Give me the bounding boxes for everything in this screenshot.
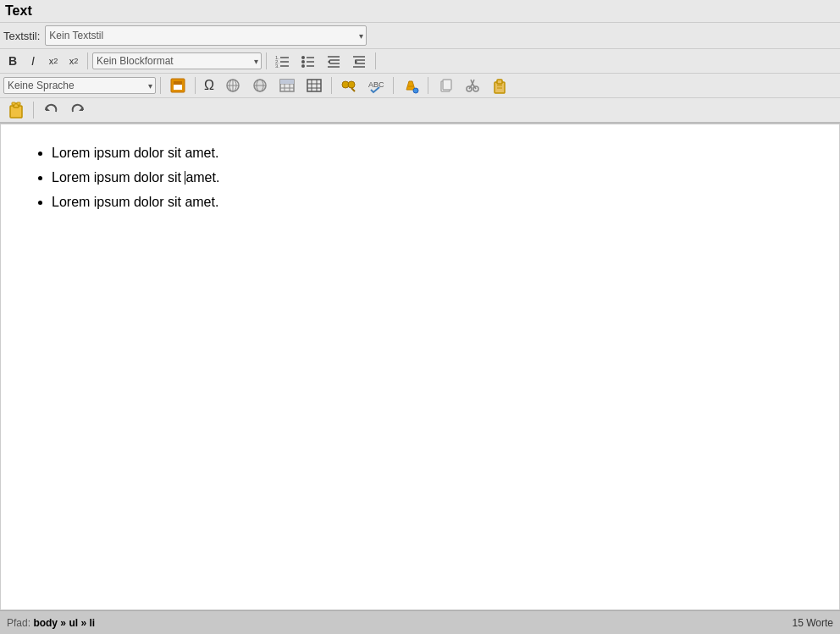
list-item-text: Lorem ipsum dolor sit amet. [52, 195, 218, 209]
separator-5 [195, 77, 196, 94]
ordered-list-icon: 1. 2. 3. [275, 53, 290, 69]
content-list: Lorem ipsum dolor sit amet. Lorem ipsum … [26, 141, 814, 214]
language-select[interactable]: Keine Sprache [3, 77, 156, 94]
separator-7 [393, 77, 394, 94]
cut-button[interactable] [460, 76, 485, 95]
insert-image-button[interactable] [165, 76, 191, 95]
find-button[interactable] [336, 76, 362, 95]
svg-point-6 [301, 56, 305, 59]
special-char-button[interactable]: Ω [200, 76, 218, 95]
status-path: Pfad: body » ul » li [7, 617, 95, 629]
subscript-button[interactable]: x2 [44, 52, 63, 70]
list-item: Lorem ipsum dolor sit amet. [52, 141, 814, 166]
cut-icon [464, 77, 481, 94]
separator-4 [160, 77, 161, 94]
svg-rect-63 [12, 102, 15, 105]
indent-left-icon [326, 53, 341, 69]
blockformat-select-wrapper: Kein Blockformat ▾ [92, 52, 262, 69]
insert-image-icon [169, 77, 186, 94]
page-title: Text [0, 0, 840, 23]
svg-text:3.: 3. [275, 63, 279, 69]
unordered-list-icon [301, 53, 316, 69]
svg-rect-38 [307, 80, 321, 91]
svg-rect-64 [17, 102, 20, 105]
edit-table-icon [306, 77, 323, 94]
redo-button[interactable] [65, 101, 91, 119]
spellcheck-icon: ABC [368, 77, 384, 94]
separator-6 [331, 77, 332, 94]
toolbar-area: Textstil: Kein Textstil ▾ B I x2 x2 Kein… [0, 23, 840, 124]
clipboard-button[interactable] [3, 101, 29, 119]
list-item: Lorem ipsum dolor sit amet. [52, 190, 814, 215]
svg-marker-16 [328, 59, 330, 64]
copy-button[interactable] [433, 76, 458, 95]
paste-icon [491, 77, 508, 94]
toolbar-row-language: Keine Sprache ▾ Ω [0, 74, 840, 98]
svg-rect-37 [280, 80, 294, 84]
svg-point-10 [301, 64, 305, 68]
word-count: 15 Worte [793, 617, 833, 629]
text-cursor [185, 171, 185, 185]
unlink-icon [251, 77, 268, 94]
unordered-list-button[interactable] [296, 52, 320, 70]
fill-color-icon [402, 77, 419, 94]
separator-3 [375, 52, 376, 69]
path-label: Pfad: [7, 617, 30, 629]
superscript-button[interactable]: x2 [64, 52, 83, 70]
separator-8 [428, 77, 428, 94]
toolbar-row-format: B I x2 x2 Kein Blockformat ▾ 1. 2. 3. [0, 49, 840, 74]
indent-left-button[interactable] [322, 52, 345, 70]
spellcheck-button[interactable]: ABC [363, 76, 389, 95]
toolbar-row-textstil: Textstil: Kein Textstil ▾ [0, 23, 840, 49]
svg-text:ABC: ABC [368, 80, 384, 89]
omega-icon: Ω [204, 78, 214, 93]
indent-right-button[interactable] [347, 52, 371, 70]
undo-icon [42, 102, 59, 119]
bold-button[interactable]: B [3, 52, 22, 70]
paste-button[interactable] [487, 76, 512, 95]
list-item-text: Lorem ipsum dolor sit amet. [52, 170, 219, 185]
svg-point-8 [301, 60, 305, 63]
link-icon [224, 77, 241, 94]
language-select-wrapper: Keine Sprache ▾ [3, 77, 156, 94]
separator-1 [87, 52, 88, 69]
unlink-button[interactable] [247, 76, 273, 95]
textstil-label: Textstil: [3, 30, 40, 42]
edit-table-button[interactable] [301, 76, 327, 95]
copy-icon [437, 77, 454, 94]
find-icon [340, 77, 357, 94]
list-item-text: Lorem ipsum dolor sit amet. [52, 146, 218, 160]
textstil-select-wrapper: Kein Textstil ▾ [45, 25, 367, 46]
list-item: Lorem ipsum dolor sit amet. [52, 166, 814, 190]
blockformat-select[interactable]: Kein Blockformat [92, 52, 262, 69]
insert-table-button[interactable] [274, 76, 300, 95]
svg-rect-24 [174, 81, 182, 85]
svg-marker-65 [46, 107, 50, 111]
content-area[interactable]: Lorem ipsum dolor sit amet. Lorem ipsum … [0, 124, 840, 610]
table-icon [279, 77, 296, 94]
path-value: body » ul » li [33, 617, 95, 629]
svg-rect-50 [443, 80, 451, 90]
undo-button[interactable] [38, 101, 64, 119]
svg-line-56 [472, 80, 474, 84]
ordered-list-button[interactable]: 1. 2. 3. [271, 52, 295, 70]
svg-point-44 [348, 81, 355, 88]
clipboard-icon [8, 102, 25, 119]
svg-rect-58 [497, 80, 502, 84]
toolbar-row-undo [0, 98, 840, 122]
italic-button[interactable]: I [24, 52, 42, 70]
fill-color-button[interactable] [398, 76, 423, 95]
redo-icon [69, 102, 86, 119]
link-button[interactable] [220, 76, 246, 95]
status-bar: Pfad: body » ul » li 15 Worte [0, 610, 840, 634]
indent-right-icon [351, 53, 367, 69]
svg-point-48 [413, 88, 418, 93]
svg-marker-66 [79, 107, 83, 111]
separator-9 [33, 102, 34, 119]
textstil-select[interactable]: Kein Textstil [45, 25, 367, 46]
separator-2 [266, 52, 267, 69]
svg-line-46 [351, 88, 355, 91]
